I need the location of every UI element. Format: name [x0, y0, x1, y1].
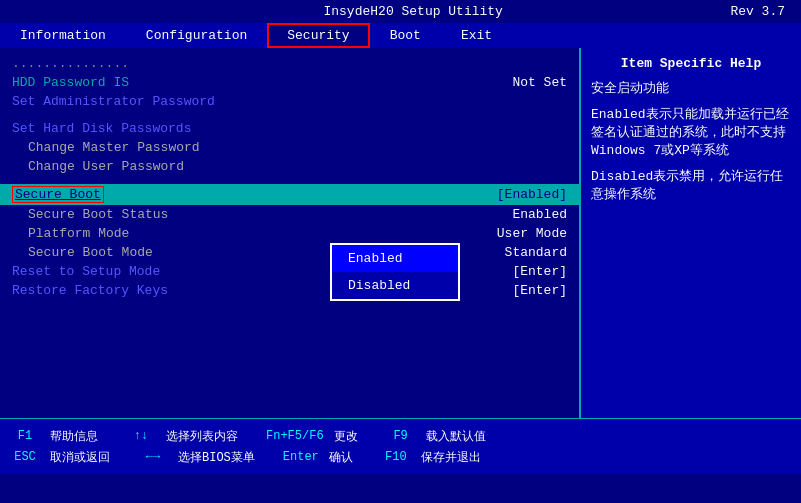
- key-Enter: Enter: [283, 450, 319, 464]
- row-change-master: Change Master Password: [0, 138, 579, 157]
- row-set-admin[interactable]: Set Administrator Password: [0, 92, 579, 111]
- bottom-row-0: F1帮助信息↑↓选择列表内容Fn+F5/F6更改F9载入默认值: [10, 428, 791, 445]
- row-restore-factory[interactable]: Restore Factory Keys[Enter]: [0, 281, 579, 300]
- key-desc-F10: 保存并退出: [421, 449, 481, 466]
- row-change-user: Change User Password: [0, 157, 579, 176]
- row-set-hdd[interactable]: Set Hard Disk Passwords: [0, 119, 579, 138]
- app-title: InsydeH20 Setup Utility: [96, 4, 730, 19]
- row-hdd-password-label: HDD Password ISNot Set: [0, 73, 579, 92]
- key-F1: F1: [10, 429, 40, 443]
- key-desc-ESC: 取消或返回: [50, 449, 110, 466]
- spacer: [0, 111, 579, 119]
- help-section-sec2: Enabled表示只能加载并运行已经签名认证通过的系统，此时不支持Windows…: [591, 105, 791, 159]
- title-bar: InsydeH20 Setup Utility Rev 3.7: [0, 0, 801, 23]
- menu-item-exit[interactable]: Exit: [441, 23, 512, 48]
- row-secure-boot[interactable]: Secure Boot[Enabled]: [0, 184, 579, 205]
- menu-item-boot[interactable]: Boot: [370, 23, 441, 48]
- menu-item-information[interactable]: Information: [0, 23, 126, 48]
- dropdown-item-disabled[interactable]: Disabled: [332, 272, 458, 299]
- dropdown-item-enabled[interactable]: Enabled: [332, 245, 458, 272]
- left-panel: ...............HDD Password ISNot SetSet…: [0, 48, 581, 418]
- key-desc-F1: 帮助信息: [50, 428, 98, 445]
- help-section-sec1: 安全启动功能: [591, 79, 791, 97]
- bottom-row-1: ESC取消或返回←→选择BIOS菜单Enter确认F10保存并退出: [10, 449, 791, 466]
- menu-bar: InformationConfigurationSecurityBootExit: [0, 23, 801, 48]
- key-F9: F9: [386, 429, 416, 443]
- row-secure-boot-mode: Secure Boot ModeStandard: [0, 243, 579, 262]
- key-: ↑↓: [126, 429, 156, 443]
- key-desc-FnF5F6: 更改: [334, 428, 358, 445]
- key-FnF5F6: Fn+F5/F6: [266, 429, 324, 443]
- help-content: 安全启动功能Enabled表示只能加载并运行已经签名认证通过的系统，此时不支持W…: [591, 79, 791, 203]
- key-desc-Enter: 确认: [329, 449, 353, 466]
- row-reset-setup[interactable]: Reset to Setup Mode[Enter]: [0, 262, 579, 281]
- right-panel: Item Specific Help 安全启动功能Enabled表示只能加载并运…: [581, 48, 801, 418]
- key-: ←→: [138, 450, 168, 464]
- key-desc-: 选择列表内容: [166, 428, 238, 445]
- main-content: ...............HDD Password ISNot SetSet…: [0, 48, 801, 418]
- key-desc-: 选择BIOS菜单: [178, 449, 255, 466]
- help-section-sec3: Disabled表示禁用，允许运行任意操作系统: [591, 167, 791, 203]
- user-password-row: ...............: [0, 54, 579, 73]
- menu-item-security[interactable]: Security: [267, 23, 369, 48]
- dropdown-menu[interactable]: EnabledDisabled: [330, 243, 460, 301]
- help-title: Item Specific Help: [591, 56, 791, 71]
- key-desc-F9: 载入默认值: [426, 428, 486, 445]
- spacer: [0, 176, 579, 184]
- key-ESC: ESC: [10, 450, 40, 464]
- row-platform-mode: Platform ModeUser Mode: [0, 224, 579, 243]
- rev-label: Rev 3.7: [730, 4, 785, 19]
- menu-item-configuration[interactable]: Configuration: [126, 23, 267, 48]
- key-F10: F10: [381, 450, 411, 464]
- bottom-bar: F1帮助信息↑↓选择列表内容Fn+F5/F6更改F9载入默认值ESC取消或返回←…: [0, 418, 801, 474]
- row-secure-boot-status: Secure Boot StatusEnabled: [0, 205, 579, 224]
